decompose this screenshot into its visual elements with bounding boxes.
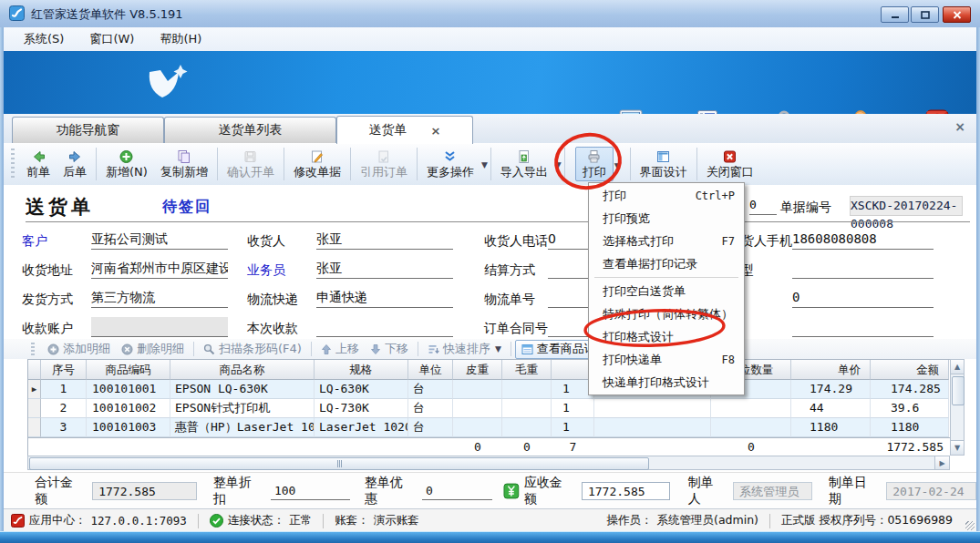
menu-item-label: 打印预览 [603, 210, 650, 227]
consignee-field[interactable]: 张亚 [316, 230, 453, 250]
tab-label: 送货单列表 [219, 122, 283, 138]
deduct-label: 整单优惠 [365, 475, 415, 507]
maker-field: 系统管理员 [733, 482, 812, 500]
discount-field[interactable]: 100 [271, 482, 350, 500]
menu-item-print-history[interactable]: 查看单据打印记录 [589, 252, 744, 275]
col-unit[interactable]: 单位 [408, 360, 453, 380]
prev-order-button[interactable]: 前单 [20, 148, 57, 180]
tab-delivery-order[interactable]: 送货单× [336, 116, 473, 144]
print-button[interactable]: 打印 [575, 147, 614, 181]
tab-nav-window[interactable]: 功能导航窗 [12, 117, 164, 143]
menu-item-select-format-print[interactable]: 选择格式打印F7 [589, 230, 744, 252]
tab-strip: 功能导航窗 送货单列表 送货单× × [4, 114, 976, 144]
menu-item-print-format-design[interactable]: 打印格式设计 [589, 325, 744, 348]
mobile-field[interactable]: 18608080808 [792, 230, 934, 250]
menu-item-print-preview[interactable]: 打印预览 [589, 207, 744, 230]
menu-item-print-blank[interactable]: 打印空白送货单 [589, 280, 744, 302]
ui-design-button[interactable]: 界面设计 [634, 148, 694, 180]
add-new-label: 新增(N) [106, 166, 148, 179]
col-gross[interactable]: 毛重 [502, 360, 552, 380]
toolbar-grip[interactable] [11, 149, 15, 179]
col-amount[interactable]: 金额 [871, 360, 949, 380]
salesman-label[interactable]: 业务员 [247, 262, 285, 279]
col-price[interactable]: 单价 [791, 360, 871, 380]
conn-label: 连接状态： [228, 513, 285, 528]
status-badge: 待签回 [162, 198, 211, 217]
sort-icon [428, 343, 439, 355]
tab-label: 功能导航窗 [57, 122, 120, 138]
prev-order-label: 前单 [26, 166, 50, 179]
menu-item-special-print[interactable]: 特殊打印（简体转繁体） [589, 302, 744, 325]
address-field[interactable]: 河南省郑州市中原区建设路 [91, 259, 228, 279]
move-down-button[interactable]: 下移 [365, 341, 414, 357]
tabstrip-close-icon[interactable]: × [954, 119, 965, 134]
col-code[interactable]: 商品编码 [87, 360, 170, 380]
payment-field[interactable] [316, 317, 453, 337]
arrow-right-icon [67, 149, 83, 164]
modify-order-button[interactable]: 修改单据 [287, 148, 347, 180]
col-no[interactable]: 序号 [41, 360, 87, 380]
delete-detail-button[interactable]: 删除明细 [116, 341, 190, 357]
total-unit-qty: 0 [711, 438, 791, 456]
deduct-field[interactable]: 0 [422, 482, 492, 500]
type-field[interactable] [792, 259, 934, 279]
row4-col4-field[interactable] [792, 317, 934, 337]
move-up-button[interactable]: 上移 [315, 341, 365, 357]
menu-item-print[interactable]: 打印Ctrl+P [589, 184, 744, 207]
maximize-button[interactable] [911, 6, 939, 23]
scroll-down-icon[interactable]: ▼ [951, 440, 964, 455]
express-field[interactable]: 申通快递 [316, 288, 453, 308]
col-tare[interactable]: 皮重 [453, 360, 502, 380]
chevron-down-icon[interactable]: ▼ [481, 160, 488, 169]
horizontal-scroll-thumb[interactable] [29, 457, 649, 470]
row-marker-icon: ▶ [28, 380, 41, 399]
vertical-scroll-thumb[interactable] [952, 376, 965, 405]
tab-close-icon[interactable]: × [431, 124, 441, 138]
table-row[interactable]: 3 100101003 惠普（HP）LaserJet 1020 LaserJet… [28, 418, 950, 437]
scan-barcode-button[interactable]: 扫描条形码(F4) [198, 341, 307, 357]
row3-col4-field[interactable]: 0 [792, 288, 934, 308]
menu-help[interactable]: 帮助(H) [149, 28, 212, 50]
horizontal-scrollbar[interactable]: ▶ [27, 456, 950, 470]
detail-toolbar-grip[interactable] [31, 343, 35, 355]
brand-banner: 亚拓软件 · 精细化管理软件倡导者 功能导航窗 送货单列表 修改密码 更换操作员 [4, 51, 976, 114]
add-icon [119, 149, 134, 164]
scroll-right-icon[interactable]: ▶ [934, 456, 949, 469]
resize-grip[interactable] [965, 521, 975, 530]
quick-sort-button[interactable]: 快速排序 ▼ [422, 341, 507, 357]
ship-method-field[interactable]: 第三方物流 [91, 288, 228, 308]
tab-delivery-list[interactable]: 送货单列表 [164, 117, 336, 143]
minimize-button[interactable] [881, 6, 909, 23]
more-actions-button[interactable]: 更多操作 [420, 148, 480, 180]
copy-add-button[interactable]: 复制新增 [154, 148, 214, 180]
customer-field[interactable]: 亚拓公司测试 [91, 230, 228, 250]
close-button[interactable] [943, 6, 971, 23]
cell-gross [502, 418, 552, 437]
toolbar: 前单 后单 新增(N) 复制新增 确认开单 修改单据 引用订单 [4, 143, 976, 186]
chevron-down-icon[interactable]: ▼ [555, 160, 562, 169]
import-export-button[interactable]: 导入导出 [494, 148, 554, 180]
table-row[interactable]: ▶ 1 100101001 EPSON LQ-630K LQ-630K 台 1 … [28, 380, 950, 399]
add-new-button[interactable]: 新增(N) [99, 148, 154, 180]
scroll-up-icon[interactable]: ▲ [951, 360, 964, 374]
doc-no-value: XSCKD-20170224-000008 [850, 196, 963, 216]
next-order-button[interactable]: 后单 [57, 148, 93, 180]
total-amount: 1772.585 [871, 438, 949, 456]
menu-item-express-format-design[interactable]: 快递单打印格式设计 [589, 371, 744, 394]
form-divider [26, 221, 970, 222]
col-spec[interactable]: 规格 [315, 360, 408, 380]
menu-item-print-express[interactable]: 打印快递单F8 [589, 348, 744, 371]
menu-window[interactable]: 窗口(W) [78, 28, 145, 50]
discount-label: 整单折扣 [213, 475, 263, 507]
salesman-field[interactable]: 张亚 [316, 259, 453, 279]
customer-label[interactable]: 客户 [22, 233, 47, 250]
menu-system[interactable]: 系统(S) [13, 28, 75, 50]
chevron-down-icon[interactable]: ▼ [495, 344, 501, 353]
chevron-down-icon[interactable]: ▼ [614, 161, 621, 170]
table-row[interactable]: 2 100101002 EPSON针式打印机 LQ-730K 台 1 44 39… [28, 399, 950, 418]
add-detail-button[interactable]: 添加明细 [42, 341, 116, 357]
move-down-label: 下移 [385, 341, 408, 357]
vertical-scrollbar[interactable]: ▲ ▼ [950, 359, 965, 456]
close-window-button[interactable]: 关闭窗口 [700, 148, 760, 180]
col-name[interactable]: 商品名称 [170, 360, 315, 380]
